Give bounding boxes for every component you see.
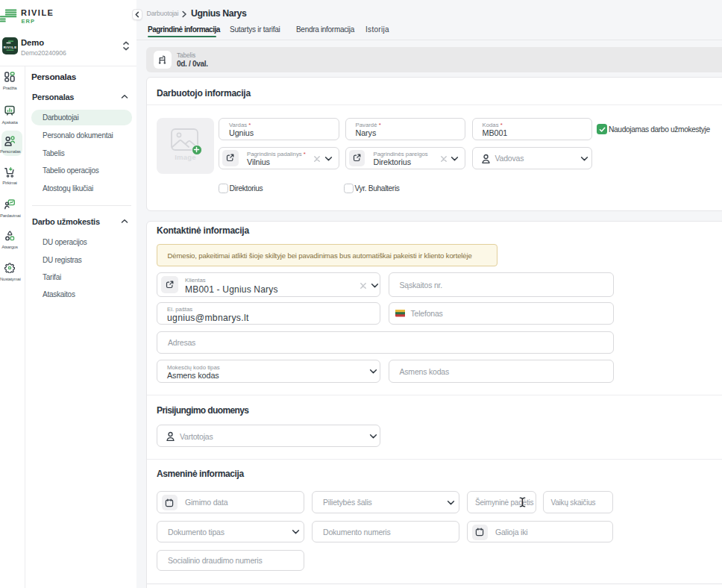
svg-text:RIVILE: RIVILE bbox=[3, 45, 16, 49]
